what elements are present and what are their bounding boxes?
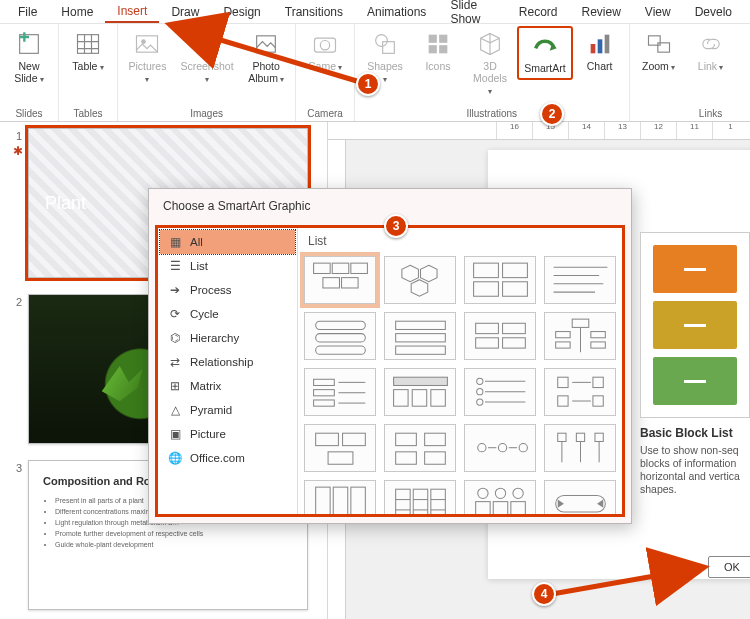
category-process[interactable]: ➔Process [160,278,295,302]
layout-thumb[interactable] [384,368,456,416]
ribbon-group-links: Zoom Link Actio Links [630,24,750,121]
photo-album-button[interactable]: Photo Album [241,26,291,88]
cameo-button[interactable]: Came [300,26,350,76]
layout-thumb[interactable] [304,480,376,514]
chart-button[interactable]: Chart [575,26,625,76]
screenshot-button[interactable]: Screenshot [175,26,239,88]
cycle-icon: ⟳ [168,307,182,321]
menu-animations[interactable]: Animations [355,2,438,22]
layout-thumb[interactable] [384,424,456,472]
category-picture[interactable]: ▣Picture [160,422,295,446]
smartart-button[interactable]: SmartArt [517,26,572,80]
svg-rect-24 [341,278,358,288]
shapes-icon [371,30,399,58]
layout-thumb[interactable] [464,368,536,416]
layout-basic-block-list[interactable] [304,256,376,304]
new-slide-button[interactable]: New Slide [4,26,54,88]
gallery-grid [298,250,622,514]
ok-button[interactable]: OK [708,556,750,578]
menu-draw[interactable]: Draw [159,2,211,22]
icons-icon [424,30,452,58]
menu-record[interactable]: Record [507,2,570,22]
category-all[interactable]: ▦All [160,230,295,254]
category-hierarchy[interactable]: ⌬Hierarchy [160,326,295,350]
svg-rect-105 [475,502,489,514]
svg-rect-107 [493,502,507,514]
layout-thumb[interactable] [544,480,616,514]
slide-1-title: Plant [45,193,86,214]
link-icon [697,30,725,58]
category-cycle[interactable]: ⟳Cycle [160,302,295,326]
preview-description: Use to show non-seq blocks of informatio… [640,444,750,497]
photo-album-icon [252,30,280,58]
link-button[interactable]: Link [686,26,736,76]
layout-thumb[interactable] [304,424,376,472]
svg-rect-61 [430,390,444,407]
menu-file[interactable]: File [6,2,49,22]
ribbon-group-label-tables: Tables [74,107,103,121]
svg-rect-94 [350,487,364,514]
pictures-label: Pictures [128,60,167,84]
svg-rect-59 [393,390,407,407]
new-slide-label: New Slide [14,60,44,84]
layout-thumb[interactable] [544,368,616,416]
menu-developer[interactable]: Develo [683,2,744,22]
layout-thumb[interactable] [464,480,536,514]
category-matrix[interactable]: ⊞Matrix [160,374,295,398]
menu-review[interactable]: Review [569,2,632,22]
table-icon [74,30,102,58]
table-button[interactable]: Table [63,26,113,76]
svg-rect-18 [648,36,660,45]
svg-rect-38 [315,346,365,354]
svg-rect-52 [313,380,334,386]
svg-rect-76 [328,452,353,464]
layout-thumb[interactable] [384,256,456,304]
category-officecom[interactable]: 🌐Office.com [160,446,295,470]
menu-transitions[interactable]: Transitions [273,2,355,22]
svg-rect-87 [576,434,584,442]
action-button[interactable]: Actio [738,26,750,76]
menu-home[interactable]: Home [49,2,105,22]
layout-thumb[interactable] [304,368,376,416]
picture-icon: ▣ [168,427,182,441]
slide-3-bullet: Guide whole-plant development [55,541,293,549]
preview-title: Basic Block List [640,426,750,440]
menu-view[interactable]: View [633,2,683,22]
layout-thumb[interactable] [464,256,536,304]
layout-thumb[interactable] [464,424,536,472]
menu-insert[interactable]: Insert [105,1,159,23]
layout-thumb[interactable] [464,312,536,360]
svg-rect-22 [350,263,367,273]
icons-label: Icons [425,60,450,72]
ribbon-group-illustrations: Shapes Icons 3D Models SmartArt Chart Il… [355,24,629,121]
category-pyramid[interactable]: △Pyramid [160,398,295,422]
svg-rect-15 [590,44,595,53]
zoom-icon [645,30,673,58]
process-icon: ➔ [168,283,182,297]
svg-rect-4 [197,36,218,50]
ribbon-group-camera: Came Camera [296,24,355,121]
pictures-button[interactable]: Pictures [122,26,173,88]
link-label: Link [698,60,724,72]
svg-rect-28 [473,263,498,277]
category-relationship[interactable]: ⇄Relationship [160,350,295,374]
layout-thumb[interactable] [384,312,456,360]
preview-block [653,357,737,405]
layout-thumb[interactable] [384,480,456,514]
menu-design[interactable]: Design [211,2,272,22]
svg-point-108 [512,488,522,498]
category-list[interactable]: ☰List [160,254,295,278]
svg-rect-93 [333,487,347,514]
svg-rect-68 [557,378,567,388]
zoom-button[interactable]: Zoom [634,26,684,76]
svg-rect-11 [429,35,437,43]
svg-point-64 [476,389,482,395]
layout-thumb[interactable] [304,312,376,360]
svg-rect-60 [412,390,426,407]
layout-thumb[interactable] [544,424,616,472]
annotation-badge-3: 3 [384,214,408,238]
layout-thumb[interactable] [544,256,616,304]
3d-models-button[interactable]: 3D Models [465,26,515,100]
layout-thumb[interactable] [544,312,616,360]
icons-button[interactable]: Icons [413,26,463,76]
